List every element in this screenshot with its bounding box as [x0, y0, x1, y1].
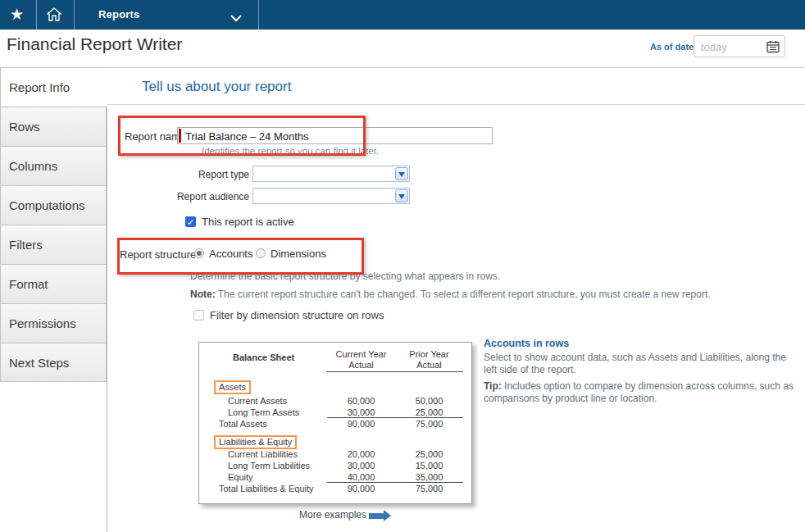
- table-row: Current Liabilities20,00025,000: [199, 449, 466, 461]
- table-row-total-assets: Total Assets90,00075,000: [199, 419, 466, 430]
- sidebar-item-columns[interactable]: Columns: [0, 146, 107, 185]
- sidebar-item-rows[interactable]: Rows: [0, 107, 107, 146]
- accounts-in-rows-body: Select to show account data, such as Ass…: [484, 352, 802, 376]
- sidebar-item-next-steps[interactable]: Next Steps: [0, 343, 107, 382]
- more-examples-label: More examples: [299, 509, 366, 521]
- dropdown-arrow-icon[interactable]: [395, 167, 408, 180]
- calendar-icon[interactable]: [766, 40, 780, 57]
- favorites-star-icon[interactable]: ★: [10, 5, 24, 24]
- tip-text: Includes option to compare by dimension …: [484, 380, 794, 404]
- sidebar-item-filters[interactable]: Filters: [0, 225, 107, 264]
- column-header-prior-year: Prior YearActual: [395, 349, 463, 372]
- report-name-value: Trial Balance – 24 Months: [185, 130, 309, 143]
- date-placeholder: today: [701, 41, 727, 53]
- column-header-current-year: Current YearActual: [327, 349, 395, 372]
- radio-dimensions-label: Dimensions: [271, 248, 326, 260]
- sidebar-nav: Report Info Rows Columns Computations Fi…: [0, 67, 107, 532]
- sidebar-item-permissions[interactable]: Permissions: [0, 303, 107, 343]
- table-row: Equity40,00035,000: [199, 472, 466, 484]
- table-row: Long Term Liabilities30,00015,000: [199, 461, 466, 472]
- report-type-label: Report type: [139, 169, 249, 180]
- table-row-section-assets: Assets: [199, 380, 466, 392]
- as-of-date-label: As of date: [650, 42, 694, 52]
- report-audience-select[interactable]: [252, 188, 410, 204]
- radio-accounts-label: Accounts: [209, 248, 252, 260]
- table-row: Current Assets60,00050,000: [199, 396, 466, 407]
- accounts-in-rows-tip: Tip: Includes option to compare by dimen…: [484, 380, 802, 405]
- nav-divider: [258, 0, 259, 30]
- filter-dimension-checkbox[interactable]: [193, 310, 204, 321]
- radio-dimensions[interactable]: [256, 248, 266, 258]
- financial-report-writer-page: ★ Reports Financial Report Writer As of …: [0, 0, 805, 532]
- report-name-input[interactable]: Trial Balance – 24 Months: [177, 127, 493, 144]
- assets-highlight-box: Assets: [214, 380, 251, 394]
- active-checkbox[interactable]: ✓: [185, 216, 196, 227]
- report-audience-label: Report audience: [139, 191, 249, 202]
- table-row: Long Term Assets30,00025,000: [199, 407, 466, 419]
- radio-accounts[interactable]: [194, 248, 204, 258]
- dropdown-arrow-icon[interactable]: [395, 189, 408, 202]
- balance-sheet-example: Balance Sheet Current YearActual Prior Y…: [198, 342, 472, 504]
- page-title: Financial Report Writer: [7, 34, 182, 54]
- note-text: The current report structure can't be ch…: [216, 289, 711, 300]
- table-row-section-liabilities: Liabilities & Equity: [199, 435, 466, 447]
- filter-dimension-label: Filter by dimension structure on rows: [210, 309, 384, 321]
- liabilities-highlight-box: Liabilities & Equity: [214, 435, 297, 449]
- chevron-down-icon[interactable]: [230, 11, 242, 25]
- top-nav-bar: ★ Reports: [0, 0, 805, 30]
- report-structure-label: Report structure: [120, 248, 196, 261]
- nav-divider: [74, 0, 75, 30]
- section-title: Tell us about your report: [142, 79, 291, 95]
- report-name-helper: Identifies the report so you can find it…: [202, 146, 379, 156]
- example-title: Balance Sheet: [233, 352, 294, 362]
- structure-helper: Determine the basic report structure by …: [190, 271, 500, 282]
- as-of-date-input[interactable]: today: [694, 35, 785, 57]
- section-band: Tell us about your report: [107, 67, 805, 105]
- nav-divider: [36, 0, 37, 30]
- accounts-in-rows-heading: Accounts in rows: [484, 338, 569, 349]
- note-label: Note:: [190, 289, 216, 300]
- table-row-total-liabilities: Total Liabilities & Equity90,00075,000: [199, 484, 466, 495]
- required-indicator: [179, 129, 181, 143]
- reports-menu[interactable]: Reports: [98, 8, 140, 20]
- structure-note: Note: The current report structure can't…: [190, 289, 711, 300]
- report-type-select[interactable]: [252, 166, 410, 182]
- sidebar-item-computations[interactable]: Computations: [0, 185, 107, 225]
- tip-label: Tip:: [484, 380, 502, 392]
- home-icon[interactable]: [46, 7, 62, 26]
- active-checkbox-label: This report is active: [202, 216, 294, 228]
- more-examples-arrow-icon[interactable]: [369, 513, 384, 519]
- sidebar-item-format[interactable]: Format: [0, 264, 107, 303]
- sidebar-item-report-info[interactable]: Report Info: [0, 67, 107, 107]
